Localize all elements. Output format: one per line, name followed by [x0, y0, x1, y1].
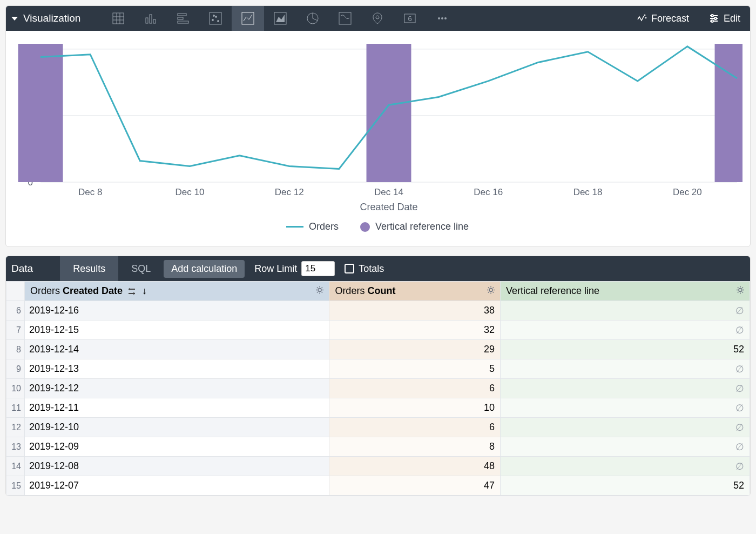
svg-rect-11: [210, 12, 221, 24]
svg-point-14: [218, 21, 219, 22]
cell-date[interactable]: 2019-12-10: [25, 418, 329, 437]
col-header-date[interactable]: Orders Created Date ↓: [25, 282, 329, 301]
svg-rect-0: [113, 13, 124, 24]
svg-point-58: [739, 288, 742, 291]
pie-vis-icon[interactable]: [296, 6, 329, 31]
single-value-vis-icon[interactable]: 6: [394, 6, 426, 31]
row-number: 14: [6, 457, 25, 476]
data-title: Data: [11, 263, 33, 275]
cell-count[interactable]: 6: [329, 379, 501, 398]
col-header-ref-label: Vertical reference line: [506, 285, 599, 296]
table-row: 152019-12-074752: [6, 476, 750, 496]
row-number: 8: [6, 340, 25, 359]
cell-count[interactable]: 29: [329, 340, 501, 359]
row-limit-label: Row Limit: [254, 263, 297, 275]
cell-ref[interactable]: 52: [500, 476, 750, 496]
legend-orders[interactable]: Orders: [286, 221, 339, 232]
col-header-date-bold: Created Date: [63, 285, 123, 296]
legend-ref[interactable]: Vertical reference line: [360, 221, 469, 232]
cell-ref[interactable]: ∅: [500, 457, 750, 476]
edit-label: Edit: [724, 13, 740, 24]
table-vis-icon[interactable]: [102, 6, 134, 31]
tab-results[interactable]: Results: [60, 256, 118, 281]
legend-orders-label: Orders: [309, 221, 339, 232]
row-number: 12: [6, 418, 25, 437]
totals-checkbox[interactable]: [345, 264, 354, 273]
cell-ref[interactable]: 52: [500, 340, 750, 359]
cell-ref[interactable]: ∅: [500, 379, 750, 398]
scatter-vis-icon[interactable]: [199, 6, 232, 31]
col-header-ref[interactable]: Vertical reference line: [500, 282, 750, 301]
add-calculation-button[interactable]: Add calculation: [164, 260, 245, 278]
line-vis-icon[interactable]: [232, 6, 264, 31]
cell-count[interactable]: 10: [329, 398, 501, 418]
cell-date[interactable]: 2019-12-11: [25, 398, 329, 418]
map-vis-icon[interactable]: [329, 6, 361, 31]
column-vis-icon[interactable]: [134, 6, 167, 31]
cell-count[interactable]: 6: [329, 418, 501, 437]
visualization-title: Visualization: [23, 12, 80, 24]
gear-icon[interactable]: [735, 285, 745, 297]
cell-date[interactable]: 2019-12-07: [25, 476, 329, 496]
row-number: 15: [6, 476, 25, 496]
cell-ref[interactable]: ∅: [500, 301, 750, 321]
svg-point-36: [711, 20, 713, 22]
totals-toggle[interactable]: Totals: [345, 263, 384, 275]
cell-date[interactable]: 2019-12-12: [25, 379, 329, 398]
cell-ref[interactable]: ∅: [500, 321, 750, 340]
cell-date[interactable]: 2019-12-13: [25, 359, 329, 379]
vis-type-icons: 6: [102, 6, 458, 31]
tab-sql[interactable]: SQL: [118, 256, 164, 281]
cell-date[interactable]: 2019-12-16: [25, 301, 329, 321]
cell-date[interactable]: 2019-12-14: [25, 340, 329, 359]
svg-point-12: [212, 19, 214, 21]
cell-count[interactable]: 38: [329, 301, 501, 321]
cell-count[interactable]: 47: [329, 476, 501, 496]
chart: 02550Dec 8Dec 10Dec 12Dec 14Dec 16Dec 18…: [6, 31, 750, 246]
more-vis-icon[interactable]: [426, 6, 458, 31]
svg-text:Dec 16: Dec 16: [474, 187, 503, 197]
cell-ref[interactable]: ∅: [500, 359, 750, 379]
legend-dot-icon: [360, 222, 370, 232]
svg-text:Dec 12: Dec 12: [275, 187, 304, 197]
table-row: 142019-12-0848∅: [6, 457, 750, 476]
location-vis-icon[interactable]: [361, 6, 394, 31]
chart-svg: 02550Dec 8Dec 10Dec 12Dec 14Dec 16Dec 18…: [8, 37, 742, 216]
svg-point-23: [376, 16, 379, 19]
collapse-caret-icon[interactable]: [11, 17, 18, 21]
cell-count[interactable]: 48: [329, 457, 501, 476]
cell-ref[interactable]: ∅: [500, 437, 750, 457]
cell-count[interactable]: 8: [329, 437, 501, 457]
table-body: 62019-12-1638∅72019-12-1532∅82019-12-142…: [6, 301, 750, 496]
table-row: 72019-12-1532∅: [6, 321, 750, 340]
visualization-bar: Visualization 6 Forecast Edit: [6, 6, 750, 31]
bar-vis-icon[interactable]: [167, 6, 199, 31]
col-header-count[interactable]: Orders Count: [329, 282, 501, 301]
cell-ref[interactable]: ∅: [500, 398, 750, 418]
svg-rect-6: [150, 15, 152, 23]
gear-icon[interactable]: [315, 285, 325, 297]
svg-point-29: [644, 15, 645, 16]
col-header-count-prefix: Orders: [335, 285, 367, 296]
svg-point-27: [441, 17, 443, 19]
area-vis-icon[interactable]: [264, 6, 296, 31]
svg-rect-10: [178, 21, 188, 23]
cell-date[interactable]: 2019-12-15: [25, 321, 329, 340]
forecast-button[interactable]: Forecast: [626, 13, 699, 24]
col-header-count-bold: Count: [367, 285, 395, 296]
svg-text:6: 6: [408, 15, 412, 23]
cell-count[interactable]: 32: [329, 321, 501, 340]
svg-rect-5: [146, 18, 148, 23]
row-limit-input[interactable]: [301, 261, 335, 276]
visualization-panel: Visualization 6 Forecast Edit 02550Dec 8…: [5, 5, 751, 247]
gear-icon[interactable]: [486, 285, 496, 297]
edit-button[interactable]: Edit: [699, 13, 750, 24]
svg-point-15: [213, 15, 215, 17]
cell-ref[interactable]: ∅: [500, 418, 750, 437]
cell-date[interactable]: 2019-12-09: [25, 437, 329, 457]
svg-point-34: [711, 15, 713, 17]
totals-label: Totals: [359, 263, 384, 275]
cell-date[interactable]: 2019-12-08: [25, 457, 329, 476]
svg-rect-45: [715, 44, 742, 182]
cell-count[interactable]: 5: [329, 359, 501, 379]
